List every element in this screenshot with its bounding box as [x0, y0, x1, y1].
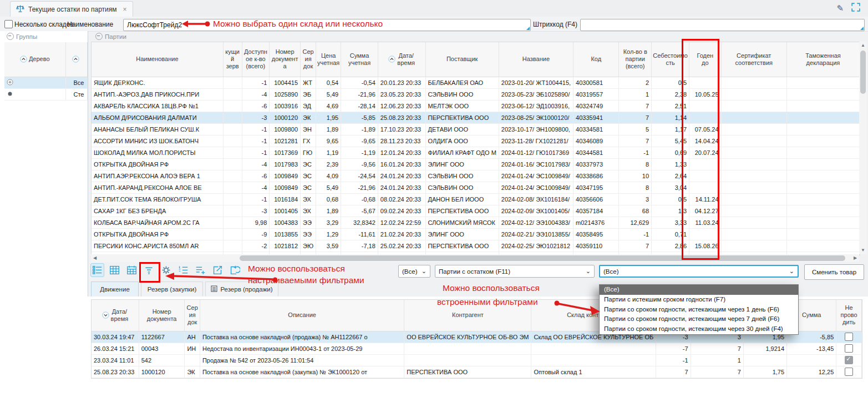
edit-pencil-icon[interactable]: ✎ — [836, 3, 844, 13]
column-header[interactable]: Сумма учетная — [341, 42, 378, 77]
table-row[interactable]: АНАНАСЫ БЕЛЫЙ ПЕЛИКАН СУШ.К-11009800ЭН1,… — [92, 123, 860, 135]
column-header[interactable]: Номер документ а — [270, 42, 301, 77]
column-header[interactable]: Кол-во в партии (всего) — [619, 42, 652, 77]
tab-close-icon[interactable]: × — [123, 6, 127, 13]
column-header[interactable]: Таможенная декларация — [786, 42, 859, 77]
table-row[interactable]: ДЕТ.ПИТ.СОК ТЕМА ЯБЛОКО/ГРУША-11016184ЭХ… — [92, 193, 860, 205]
column-header-label: Не прово дить — [841, 304, 857, 326]
remainder-filter-select[interactable]: Партии с остатком (F11) ⌄ — [435, 265, 595, 278]
table-row[interactable]: ЯЩИК ДЕР.КОНС.-11004415ЖТ0,54-0,5420.01.… — [92, 77, 860, 88]
table-row[interactable]: ОТКРЫТКА ДВОЙНАЯ РФ-91013855ЭЭ1,29-11,61… — [92, 228, 860, 240]
cell: 0,71 — [652, 228, 689, 240]
cell — [721, 170, 786, 182]
table-row[interactable]: АССОРТИ МИНИС ИЗ ШОК.БАТОНЧ-11021281ГХ9,… — [92, 135, 860, 147]
cell: СЭЛЬВИН ООО — [425, 88, 499, 100]
column-header[interactable]: Не прово дить — [836, 300, 862, 331]
column-header[interactable]: Цена учетная — [316, 42, 341, 77]
column-header[interactable]: Доступн ое к-во (всего) — [242, 42, 270, 77]
cell: ЭН — [301, 123, 316, 135]
scroll-down-icon[interactable]: ▼ — [859, 247, 867, 254]
cell — [786, 158, 859, 170]
column-header-label: Сумма — [802, 311, 821, 319]
column-header[interactable]: Сертификат соответствия — [721, 42, 786, 77]
table-row[interactable]: АКВАРЕЛЬ КЛАССИКА 18ЦВ.РФ №1-61003916ЭД4… — [92, 100, 860, 112]
row-checkbox[interactable] — [845, 368, 853, 376]
column-header[interactable]: Код — [573, 42, 619, 77]
column-header[interactable]: Дата/ время — [378, 42, 425, 77]
dropdown-item[interactable]: Партии с истекшим сроком годности (F7) — [600, 295, 798, 305]
tab-movement[interactable]: Движение — [91, 282, 139, 297]
dropdown-item[interactable]: Партии со сроком годности, истекающим че… — [600, 305, 798, 315]
change-item-button[interactable]: Сменить товар — [804, 264, 864, 280]
table-row[interactable]: САХАР 1КГ БЕЗ БРЕНДА-31001405ЭХ1,89-5,67… — [92, 205, 860, 217]
table-row[interactable]: Сте — [4, 88, 87, 100]
grid-view-icon[interactable] — [108, 263, 121, 277]
cell: ЭС — [301, 170, 316, 182]
cell: ОЛДИГА ООО — [425, 135, 499, 147]
column-header[interactable]: Дерево — [4, 42, 65, 77]
scroll-up-icon[interactable]: ▲ — [859, 42, 867, 49]
scroll-right-icon[interactable]: ▶ — [851, 254, 859, 262]
vertical-scrollbar[interactable]: ▲ ▼ — [859, 42, 867, 254]
collapse-icon[interactable] — [95, 33, 103, 40]
table-row[interactable]: КОЛБАСА ВАР.ЧАЙНАЯ АРОМ.2С ГА9,981004383… — [92, 217, 860, 228]
column-header[interactable]: Название — [499, 42, 573, 77]
row-checkbox[interactable] — [845, 344, 853, 353]
collapse-icon[interactable] — [7, 33, 14, 40]
table-row[interactable]: 25.08.23 20:331000120ЭКПоставка на основ… — [92, 366, 862, 378]
table-row[interactable]: АНТИП.-АЭРОЗ.ДАВ ПРИКОСН.ПРИ-41025890ЭБ5… — [92, 88, 860, 100]
column-header[interactable]: Описание — [200, 300, 404, 331]
cell — [223, 217, 242, 228]
column-header[interactable] — [65, 42, 87, 77]
column-header[interactable]: Годен до — [689, 42, 722, 77]
calendar-view-icon[interactable] — [125, 263, 139, 277]
tab-reserve-purchases[interactable]: Резерв (закупки) — [141, 282, 203, 297]
scrollbar-thumb[interactable] — [860, 51, 866, 94]
cell: -0,68 — [341, 193, 378, 205]
list-doc-icon — [211, 285, 217, 293]
column-header[interactable]: Сер ия док — [185, 300, 200, 331]
cell — [721, 88, 786, 100]
multi-warehouse-label: Несколько складов — [14, 21, 74, 28]
horizontal-scrollbar[interactable]: ◀ ▶ — [91, 254, 859, 262]
dropdown-item[interactable]: (Все) — [600, 285, 798, 295]
row-checkbox[interactable] — [845, 333, 853, 341]
column-header[interactable]: кущи й зерв — [223, 42, 242, 77]
dropdown-item[interactable]: Партии со сроком годности, истекающим че… — [600, 324, 798, 334]
tree-expand-icon[interactable] — [7, 79, 13, 86]
cell: ЭК — [185, 366, 200, 378]
fullscreen-icon[interactable] — [851, 3, 860, 14]
table-row[interactable]: ОТКРЫТКА ДВОЙНАЯ РФ-41017983ЭС2,39-9,561… — [92, 158, 860, 170]
dropdown-item[interactable]: Партии со сроком годности, истекающим че… — [600, 314, 798, 324]
table-row[interactable]: Все — [4, 77, 87, 88]
cell: ЭЭ — [301, 217, 316, 228]
custom-filter-icon[interactable] — [142, 263, 156, 277]
column-header[interactable]: Номер документа — [139, 300, 185, 331]
cell: 7 — [619, 100, 652, 112]
column-header[interactable]: Дата/ время — [92, 300, 139, 331]
list-view-icon[interactable] — [90, 263, 104, 277]
cell: ЭХ — [301, 205, 316, 217]
group-filter-select[interactable]: (Все) ⌄ — [398, 265, 430, 278]
table-row[interactable]: АЛЬБОМ Д/РИСОВАНИЯ ДАЛМАТИ-31000120ЭК1,9… — [92, 112, 860, 123]
cell: 12.02.24 22:59 — [378, 217, 425, 228]
table-row[interactable]: ШОКОЛАД МИЛКА МОЛ.ПОРИСТЫ-11017369ГЮ1,19… — [92, 147, 860, 158]
table-row[interactable]: 26.03.24 15:2100043ИННедостача по инвент… — [92, 343, 862, 354]
multi-warehouse-checkbox[interactable] — [4, 20, 13, 28]
table-row[interactable]: АНТИП.АЭР.РЕКСОНА АЛОЭ ВЕРА 1-61009849ЭС… — [92, 170, 860, 182]
cell — [786, 193, 859, 205]
document-tab[interactable]: Текущие остатки по партиям × — [10, 1, 133, 17]
column-header[interactable]: Наименование — [92, 42, 223, 77]
scroll-left-icon[interactable]: ◀ — [91, 254, 99, 262]
table-row[interactable]: 23.03.24 11:01542Продажа № 542 от 2023-0… — [92, 354, 862, 366]
builtin-filter-select[interactable]: (Все) ⌄ — [599, 265, 799, 278]
table-row[interactable]: АНТИП.-КАРАНД.РЕКСОНА АЛОЕ ВЕ-41009849ЭС… — [92, 182, 860, 193]
row-checkbox[interactable] — [845, 356, 853, 364]
column-header[interactable]: Поставщик — [425, 42, 499, 77]
column-header[interactable]: Сер ия док — [301, 42, 316, 77]
table-row[interactable]: ПЕРСИКИ КОНС.АРИСТА 850МЛ AR-21021812ЭЮ3… — [92, 240, 860, 252]
scrollbar-thumb[interactable] — [240, 255, 845, 261]
barcode-input[interactable] — [581, 19, 864, 31]
column-header[interactable]: Себестоимо сть — [652, 42, 689, 77]
cell: 1 — [619, 88, 652, 100]
